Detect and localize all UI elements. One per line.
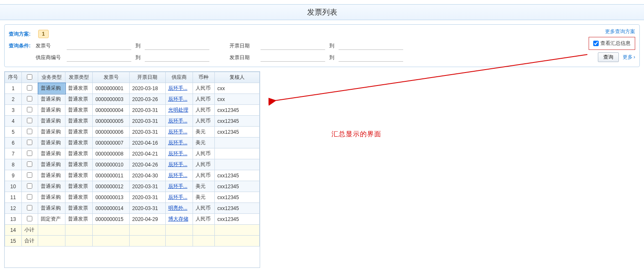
cell-invtype[interactable]: 普通发票 xyxy=(65,214,93,225)
cell-supplier[interactable]: 博大存储 xyxy=(165,214,193,225)
cell-biztype[interactable]: 普通采购 xyxy=(38,127,65,138)
row-checkbox[interactable] xyxy=(27,194,32,200)
cell-invno[interactable]: 0000000001 xyxy=(93,83,130,94)
cell-reviewer[interactable] xyxy=(215,138,260,148)
cell-invtype[interactable]: 普通发票 xyxy=(65,105,93,116)
cell-invno[interactable]: 0000000007 xyxy=(93,138,130,148)
supplier-link[interactable]: 辰环手... xyxy=(168,161,188,167)
table-row[interactable]: 9普通采购普通发票00000000112020-04-30辰环手...人民币cx… xyxy=(5,170,260,181)
bill-date-from-input[interactable] xyxy=(261,53,325,62)
cell-currency[interactable]: 美元 xyxy=(193,192,214,203)
cell-chk[interactable] xyxy=(21,148,38,159)
cell-invtype[interactable]: 普通发票 xyxy=(65,159,93,170)
cell-supplier[interactable]: 光明处理 xyxy=(165,105,193,116)
cell-currency[interactable]: 人民币 xyxy=(193,159,214,170)
cell-invdate[interactable]: 2020-03-31 xyxy=(130,181,165,192)
cell-biztype[interactable]: 普通采购 xyxy=(38,192,65,203)
table-row[interactable]: 13固定资产普通发票00000000152020-04-29博大存储人民币cxx… xyxy=(5,214,260,225)
cell-invtype[interactable]: 普通发票 xyxy=(65,127,93,138)
supplier-link[interactable]: 辰环手... xyxy=(168,129,188,135)
cell-chk[interactable] xyxy=(21,94,38,105)
th-chk[interactable] xyxy=(21,72,38,83)
cell-supplier[interactable]: 辰环手... xyxy=(165,192,193,203)
search-button[interactable]: 查询 xyxy=(598,52,619,62)
cell-currency[interactable]: 美元 xyxy=(193,138,214,148)
cell-supplier[interactable]: 辰环手... xyxy=(165,170,193,181)
supplier-link[interactable]: 辰环手... xyxy=(168,118,188,124)
invoice-date-to-input[interactable] xyxy=(339,42,403,50)
cell-invtype[interactable]: 普通发票 xyxy=(65,148,93,159)
row-checkbox[interactable] xyxy=(27,172,32,178)
cell-invno[interactable]: 0000000015 xyxy=(93,214,130,225)
supplier-link[interactable]: 辰环手... xyxy=(168,172,188,178)
cell-reviewer[interactable]: cxx12345 xyxy=(215,116,260,127)
cell-supplier[interactable]: 辰环手... xyxy=(165,94,193,105)
th-currency[interactable]: 币种 xyxy=(193,72,214,83)
row-checkbox[interactable] xyxy=(27,85,32,91)
supplier-link[interactable]: 辰环手... xyxy=(168,194,188,200)
cell-invdate[interactable]: 2020-04-29 xyxy=(130,214,165,225)
cell-supplier[interactable]: 辰环手... xyxy=(165,159,193,170)
cell-invtype[interactable]: 普通发票 xyxy=(65,138,93,148)
table-row[interactable]: 6普通采购普通发票00000000072020-04-16辰环手...美元 xyxy=(5,138,260,148)
cell-invtype[interactable]: 普通发票 xyxy=(65,192,93,203)
cell-biztype[interactable]: 普通采购 xyxy=(38,83,65,94)
cell-reviewer[interactable]: cxx12345 xyxy=(215,127,260,138)
cell-chk[interactable] xyxy=(21,83,38,94)
table-row[interactable]: 10普通采购普通发票00000000122020-03-31辰环手...美元cx… xyxy=(5,181,260,192)
row-checkbox[interactable] xyxy=(27,151,32,156)
supplier-link[interactable]: 辰环手... xyxy=(168,85,188,91)
cell-supplier[interactable]: 辰环手... xyxy=(165,148,193,159)
cell-invno[interactable]: 0000000011 xyxy=(93,170,130,181)
table-row[interactable]: 8普通采购普通发票00000000102020-04-26辰环手...人民币 xyxy=(5,159,260,170)
bill-date-to-input[interactable] xyxy=(339,53,403,62)
cell-invno[interactable]: 0000000004 xyxy=(93,105,130,116)
cell-chk[interactable] xyxy=(21,127,38,138)
cell-invdate[interactable]: 2020-03-26 xyxy=(130,94,165,105)
row-checkbox[interactable] xyxy=(27,205,32,210)
cell-biztype[interactable]: 普通采购 xyxy=(38,159,65,170)
cell-currency[interactable]: 人民币 xyxy=(193,105,214,116)
cell-reviewer[interactable]: cxx xyxy=(215,94,260,105)
cell-reviewer[interactable]: cxx12345 xyxy=(215,170,260,181)
row-checkbox[interactable] xyxy=(27,129,32,134)
cell-invtype[interactable]: 普通发票 xyxy=(65,94,93,105)
supplier-link[interactable]: 光明处理 xyxy=(168,107,188,113)
cell-chk[interactable] xyxy=(21,203,38,214)
th-seq[interactable]: 序号 xyxy=(5,72,22,83)
supplier-no-to-input[interactable] xyxy=(145,53,209,62)
supplier-link[interactable]: 明亮外... xyxy=(168,205,188,211)
cell-invtype[interactable]: 普通发票 xyxy=(65,181,93,192)
cell-currency[interactable]: 人民币 xyxy=(193,83,214,94)
cell-invtype[interactable]: 普通发票 xyxy=(65,116,93,127)
cell-invdate[interactable]: 2020-03-31 xyxy=(130,203,165,214)
cell-invno[interactable]: 0000000005 xyxy=(93,116,130,127)
row-checkbox[interactable] xyxy=(27,140,32,145)
cell-invdate[interactable]: 2020-03-18 xyxy=(130,83,165,94)
row-checkbox[interactable] xyxy=(27,161,32,167)
cell-reviewer[interactable]: cxx12345 xyxy=(215,192,260,203)
table-row[interactable]: 1普通采购普通发票00000000012020-03-18辰环手...人民币cx… xyxy=(5,83,260,94)
cell-biztype[interactable]: 普通采购 xyxy=(38,94,65,105)
invoice-no-to-input[interactable] xyxy=(145,42,209,50)
supplier-link[interactable]: 辰环手... xyxy=(168,96,188,102)
cell-reviewer[interactable]: cxx12345 xyxy=(215,105,260,116)
cell-supplier[interactable]: 辰环手... xyxy=(165,138,193,148)
cell-biztype[interactable]: 普通采购 xyxy=(38,203,65,214)
cell-supplier[interactable]: 辰环手... xyxy=(165,116,193,127)
row-checkbox[interactable] xyxy=(27,96,32,101)
row-checkbox[interactable] xyxy=(27,107,32,112)
cell-currency[interactable]: 美元 xyxy=(193,181,214,192)
cell-chk[interactable] xyxy=(21,192,38,203)
cell-currency[interactable]: 人民币 xyxy=(193,116,214,127)
cell-invdate[interactable]: 2020-03-31 xyxy=(130,105,165,116)
th-biztype[interactable]: 业务类型 xyxy=(38,72,65,83)
cell-chk[interactable] xyxy=(21,105,38,116)
cell-invdate[interactable]: 2020-04-26 xyxy=(130,159,165,170)
cell-chk[interactable] xyxy=(21,181,38,192)
cell-chk[interactable] xyxy=(21,116,38,127)
more-button[interactable]: 更多 xyxy=(623,54,635,60)
row-checkbox[interactable] xyxy=(27,216,32,221)
cell-biztype[interactable]: 固定资产 xyxy=(38,214,65,225)
th-invno[interactable]: 发票号 xyxy=(93,72,130,83)
